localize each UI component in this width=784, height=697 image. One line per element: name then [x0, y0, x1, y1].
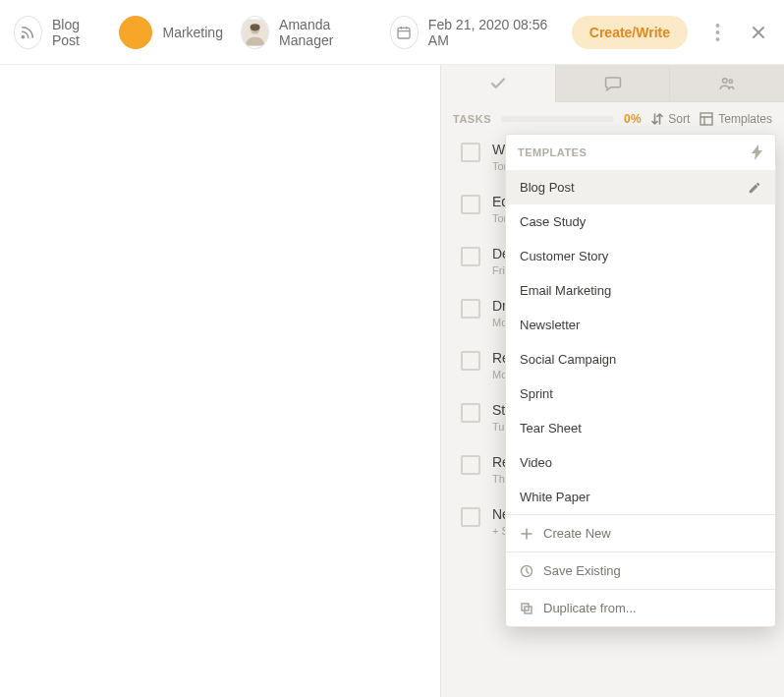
template-item[interactable]: White Paper — [506, 480, 775, 514]
checkbox[interactable] — [461, 299, 480, 319]
owner-chip-label: Amanda Manager — [279, 17, 372, 48]
create-write-button[interactable]: Create/Write — [572, 16, 688, 49]
color-swatch-icon — [119, 16, 152, 49]
templates-popover-header: TEMPLATES — [506, 135, 775, 170]
duplicate-from-action[interactable]: Duplicate from... — [506, 590, 775, 626]
svg-point-6 — [715, 37, 719, 41]
progress-pct: 0% — [624, 112, 642, 126]
project-chip-label: Marketing — [162, 25, 222, 40]
sort-label: Sort — [668, 112, 690, 126]
template-item[interactable]: Video — [506, 445, 775, 480]
pencil-icon[interactable] — [748, 181, 761, 195]
progress-bar — [501, 116, 614, 122]
checkbox[interactable] — [461, 351, 480, 371]
side-panel: TASKS 0% Sort Templates WrTom EdTom — [440, 65, 784, 697]
tasks-label: TASKS — [453, 113, 491, 125]
tasks-header: TASKS 0% Sort Templates — [441, 102, 784, 132]
svg-point-0 — [23, 35, 25, 37]
tab-people[interactable] — [669, 65, 784, 102]
owner-chip[interactable]: Amanda Manager — [241, 16, 372, 49]
templates-icon — [700, 112, 713, 126]
svg-rect-9 — [700, 113, 712, 125]
duplicate-icon — [520, 602, 533, 615]
rss-icon — [14, 16, 42, 49]
type-chip-label: Blog Post — [52, 17, 102, 48]
checkbox[interactable] — [461, 403, 480, 423]
lightning-icon[interactable] — [752, 145, 763, 160]
create-new-action[interactable]: Create New — [506, 515, 775, 552]
svg-point-4 — [715, 24, 719, 28]
sort-button[interactable]: Sort — [651, 112, 690, 126]
template-item[interactable]: Customer Story — [506, 239, 775, 273]
sort-icon — [651, 112, 663, 126]
overflow-menu-icon[interactable] — [705, 21, 729, 44]
templates-button[interactable]: Templates — [700, 112, 772, 126]
svg-point-8 — [729, 80, 732, 83]
avatar — [241, 16, 269, 49]
templates-popover: TEMPLATES Blog Post Case Study Customer … — [505, 134, 776, 627]
template-item[interactable]: Tear Sheet — [506, 411, 775, 445]
date-chip[interactable]: Feb 21, 2020 08:56 AM — [390, 16, 550, 49]
calendar-icon — [390, 16, 419, 49]
template-item[interactable]: Sprint — [506, 377, 775, 411]
project-chip[interactable]: Marketing — [119, 16, 222, 49]
plus-icon — [520, 527, 533, 541]
svg-rect-3 — [398, 28, 410, 38]
checkbox[interactable] — [461, 247, 480, 266]
tab-tasks[interactable] — [441, 65, 555, 102]
tab-comments[interactable] — [555, 65, 670, 102]
checkbox[interactable] — [461, 507, 480, 527]
svg-point-5 — [715, 30, 719, 34]
save-existing-action[interactable]: Save Existing — [506, 552, 775, 589]
save-icon — [520, 564, 533, 578]
template-item[interactable]: Email Marketing — [506, 273, 775, 308]
template-item[interactable]: Case Study — [506, 204, 775, 239]
top-toolbar: Blog Post Marketing Amanda Manager Feb 2… — [0, 0, 784, 65]
date-chip-label: Feb 21, 2020 08:56 AM — [428, 17, 550, 48]
template-item[interactable]: Newsletter — [506, 308, 775, 342]
checkbox[interactable] — [461, 455, 480, 475]
template-item[interactable]: Blog Post — [506, 170, 775, 204]
svg-point-7 — [723, 78, 728, 83]
panel-tabstrip — [441, 65, 784, 102]
template-item[interactable]: Social Campaign — [506, 342, 775, 377]
type-chip[interactable]: Blog Post — [14, 16, 101, 49]
checkbox[interactable] — [461, 195, 480, 214]
close-icon[interactable] — [747, 21, 770, 44]
editor-area — [0, 65, 440, 697]
checkbox[interactable] — [461, 143, 480, 162]
templates-label: Templates — [718, 112, 772, 126]
